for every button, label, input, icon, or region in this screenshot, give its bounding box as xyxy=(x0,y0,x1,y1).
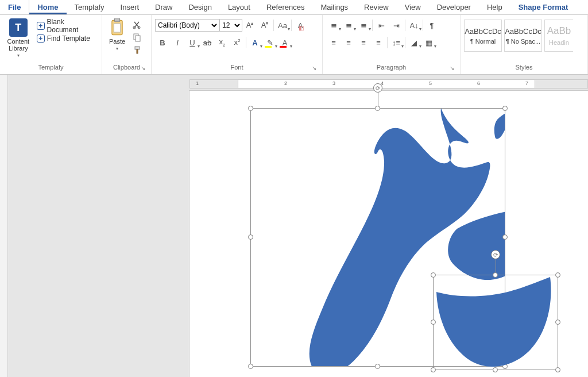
tab-insert[interactable]: Insert xyxy=(113,0,148,14)
group-label-styles: Styles xyxy=(464,64,584,73)
tab-mailings[interactable]: Mailings xyxy=(312,0,356,14)
subscript-icon: x2 xyxy=(219,37,226,48)
change-case-button[interactable]: Aa xyxy=(275,19,290,32)
group-label-clipboard: Clipboard ↘ xyxy=(106,64,148,73)
resize-handle[interactable] xyxy=(493,367,498,372)
increase-font-icon: A▴ xyxy=(246,21,254,29)
horizontal-ruler[interactable]: 1 2 3 4 5 6 7 xyxy=(189,79,588,89)
resize-handle[interactable] xyxy=(502,106,508,111)
superscript-button[interactable]: x2 xyxy=(230,36,245,49)
chevron-down-icon: ▾ xyxy=(17,53,20,58)
tab-references[interactable]: References xyxy=(258,0,312,14)
text-effects-button[interactable]: A xyxy=(247,36,262,49)
copy-button[interactable] xyxy=(131,31,144,44)
style-normal[interactable]: AaBbCcDc ¶ Normal xyxy=(464,20,502,52)
multilevel-list-button[interactable]: ≣ xyxy=(356,19,371,32)
group-label-templafy: Templafy xyxy=(3,64,98,73)
tab-templafy[interactable]: Templafy xyxy=(67,0,113,14)
sort-button[interactable]: A↓ xyxy=(407,19,421,32)
line-spacing-button[interactable]: ↕≡ xyxy=(389,36,404,49)
paragraph-dialog-launcher[interactable]: ↘ xyxy=(448,65,455,72)
align-right-button[interactable]: ≡ xyxy=(356,36,371,49)
grow-font-button[interactable]: A▴ xyxy=(242,19,257,32)
align-center-icon: ≡ xyxy=(346,39,351,47)
clipboard-dialog-launcher[interactable]: ↘ xyxy=(140,65,146,72)
style-no-spacing[interactable]: AaBbCcDc ¶ No Spac... xyxy=(504,20,542,52)
show-marks-button[interactable]: ¶ xyxy=(424,19,439,32)
increase-indent-button[interactable]: ⇥ xyxy=(389,19,404,32)
svg-rect-6 xyxy=(136,36,140,41)
blank-document-button[interactable]: + Blank Document xyxy=(36,20,98,32)
tab-home[interactable]: Home xyxy=(29,0,66,14)
resize-handle[interactable] xyxy=(555,367,560,372)
highlight-button[interactable]: ✎ xyxy=(262,36,277,49)
svg-rect-2 xyxy=(114,24,120,32)
font-color-button[interactable]: A xyxy=(277,36,292,49)
resize-handle[interactable] xyxy=(493,272,498,278)
rotate-handle[interactable] xyxy=(373,83,382,93)
content-library-button[interactable]: T Content Library ▾ xyxy=(3,17,33,59)
resize-handle[interactable] xyxy=(555,320,560,325)
tab-review[interactable]: Review xyxy=(356,0,397,14)
tab-file[interactable]: File xyxy=(0,0,29,14)
font-dialog-launcher[interactable]: ↘ xyxy=(311,65,318,72)
group-label-font: Font ↘ xyxy=(155,64,319,73)
resize-handle[interactable] xyxy=(431,367,436,372)
align-center-button[interactable]: ≡ xyxy=(341,36,356,49)
bold-button[interactable]: B xyxy=(155,36,170,49)
align-right-icon: ≡ xyxy=(361,39,366,47)
document-area: 1 2 3 4 5 6 7 xyxy=(0,75,588,377)
clear-formatting-button[interactable]: A◧ xyxy=(293,19,308,32)
tab-draw[interactable]: Draw xyxy=(147,0,180,14)
resize-handle[interactable] xyxy=(248,364,253,369)
numbering-button[interactable]: ≣ xyxy=(341,19,356,32)
vertical-ruler[interactable] xyxy=(0,75,8,377)
pilcrow-icon: ¶ xyxy=(430,21,434,30)
resize-handle[interactable] xyxy=(248,234,253,240)
resize-handle[interactable] xyxy=(375,364,380,369)
tab-shape-format[interactable]: Shape Format xyxy=(510,0,577,14)
document-page[interactable] xyxy=(189,91,588,377)
resize-handle[interactable] xyxy=(375,106,380,111)
font-name-select[interactable]: Calibri (Body) xyxy=(155,19,219,32)
sort-icon: A↓ xyxy=(409,21,418,30)
tab-layout[interactable]: Layout xyxy=(220,0,258,14)
cut-button[interactable] xyxy=(131,18,144,31)
subscript-button[interactable]: x2 xyxy=(215,36,230,49)
strikethrough-icon: ab xyxy=(203,39,211,47)
italic-button[interactable]: I xyxy=(170,36,185,49)
tab-view[interactable]: View xyxy=(397,0,429,14)
shading-button[interactable]: ◢ xyxy=(407,36,421,49)
font-size-select[interactable]: 12 xyxy=(219,19,242,32)
decrease-indent-button[interactable]: ⇤ xyxy=(374,19,389,32)
underline-button[interactable]: U xyxy=(185,36,200,49)
find-template-label: Find Template xyxy=(47,34,90,43)
clipboard-icon xyxy=(109,18,125,37)
borders-button[interactable]: ▦ xyxy=(421,36,436,49)
bullets-button[interactable]: ≣ xyxy=(326,19,341,32)
tab-design[interactable]: Design xyxy=(180,0,219,14)
resize-handle[interactable] xyxy=(502,234,508,240)
resize-handle[interactable] xyxy=(555,272,560,278)
resize-handle[interactable] xyxy=(248,106,253,111)
align-left-button[interactable]: ≡ xyxy=(326,36,341,49)
paste-button[interactable]: Paste ▾ xyxy=(106,17,129,52)
resize-handle[interactable] xyxy=(431,320,436,325)
strikethrough-button[interactable]: ab xyxy=(200,36,215,49)
numbering-icon: ≣ xyxy=(346,21,352,30)
tab-developer[interactable]: Developer xyxy=(429,0,479,14)
find-template-button[interactable]: + Find Template xyxy=(36,32,98,45)
tab-help[interactable]: Help xyxy=(479,0,510,14)
group-clipboard: Paste ▾ Clipboard ↘ xyxy=(102,15,152,74)
bullets-icon: ≣ xyxy=(331,21,337,30)
paint-bucket-icon: ◢ xyxy=(411,39,417,47)
resize-handle[interactable] xyxy=(431,272,436,278)
decrease-font-icon: A▾ xyxy=(261,21,269,29)
paste-label: Paste xyxy=(109,38,125,45)
justify-button[interactable]: ≡ xyxy=(371,36,386,49)
style-heading1[interactable]: AaBb Headin xyxy=(544,20,573,52)
format-painter-button[interactable] xyxy=(131,44,144,56)
shrink-font-button[interactable]: A▾ xyxy=(257,19,272,32)
selection-box-small[interactable] xyxy=(433,275,558,370)
rotate-handle[interactable] xyxy=(491,250,500,259)
